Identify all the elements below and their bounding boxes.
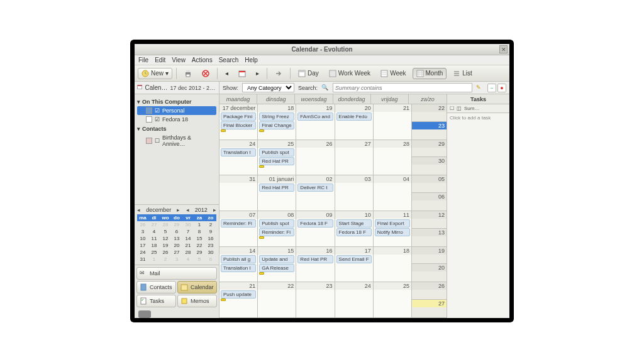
event-chip[interactable]: Deliver RC t bbox=[297, 184, 333, 192]
menu-search[interactable]: Search bbox=[219, 57, 239, 63]
event-chip[interactable]: Start Stage bbox=[336, 219, 372, 228]
switcher-tasks[interactable]: Tasks bbox=[136, 295, 176, 307]
mini-day[interactable]: 24 bbox=[137, 249, 148, 256]
menu-file[interactable]: File bbox=[138, 57, 148, 63]
mini-day[interactable]: 1 bbox=[148, 256, 160, 263]
mini-day[interactable]: 2 bbox=[205, 221, 216, 228]
weekend-cell[interactable]: 22 bbox=[412, 104, 447, 122]
mini-day[interactable]: 7 bbox=[182, 228, 194, 235]
weekend-cell[interactable]: 20 bbox=[412, 264, 447, 282]
day-cell[interactable]: 20Enable Fedo bbox=[335, 104, 374, 140]
day-cell[interactable]: 18String FreezFinal Change bbox=[258, 104, 296, 140]
mini-day[interactable]: 15 bbox=[194, 235, 205, 242]
mini-day[interactable]: 29 bbox=[194, 249, 205, 256]
calendar-list-item[interactable]: ☑Fedora 18 bbox=[137, 115, 216, 124]
prev-button[interactable]: ◂ bbox=[221, 68, 232, 79]
view-week-button[interactable]: Week bbox=[377, 68, 409, 79]
goto-button[interactable] bbox=[271, 68, 286, 79]
day-cell[interactable]: 14Publish all gTranslation I bbox=[219, 247, 258, 282]
day-cell[interactable]: 17Send Email F bbox=[335, 247, 374, 282]
switcher-memos[interactable]: Memos bbox=[177, 295, 217, 307]
day-cell[interactable]: 16Red Hat PR bbox=[296, 247, 335, 282]
event-chip[interactable]: Publish spot bbox=[259, 219, 294, 228]
mini-day[interactable]: 29 bbox=[171, 221, 182, 228]
day-cell[interactable]: 24Translation I bbox=[219, 140, 258, 175]
weekend-cell[interactable]: 05 bbox=[412, 175, 447, 193]
task-col-summary[interactable]: Sum… bbox=[464, 106, 479, 111]
mini-day[interactable]: 6 bbox=[205, 256, 216, 263]
day-cell[interactable]: 02Deliver RC t bbox=[296, 175, 335, 211]
view-month-button[interactable]: Month bbox=[413, 68, 447, 79]
weekend-cell[interactable]: 27 bbox=[412, 300, 447, 317]
mini-day[interactable]: 30 bbox=[205, 249, 216, 256]
day-cell[interactable]: 24 bbox=[335, 282, 374, 317]
mini-day[interactable]: 13 bbox=[171, 235, 182, 242]
weekend-cell[interactable]: 06 bbox=[412, 193, 447, 211]
weekend-cell[interactable]: 19 bbox=[412, 247, 447, 265]
window-close-button[interactable]: ✕ bbox=[499, 45, 508, 53]
day-cell[interactable]: 04 bbox=[374, 175, 412, 211]
mini-day[interactable]: 11 bbox=[148, 235, 160, 242]
event-chip[interactable]: Final Blocker bbox=[221, 121, 256, 129]
day-cell[interactable]: 08Publish spotReminder: Fi bbox=[258, 211, 296, 246]
delete-button[interactable] bbox=[198, 68, 213, 79]
mini-day[interactable]: 2 bbox=[160, 256, 171, 263]
view-day-button[interactable]: Day bbox=[294, 68, 323, 79]
view-list-button[interactable]: List bbox=[449, 68, 476, 79]
switcher-calendar[interactable]: Calendar bbox=[177, 281, 217, 293]
checkbox-icon[interactable]: ☑ bbox=[155, 116, 160, 123]
event-chip[interactable]: Push update bbox=[221, 290, 256, 299]
event-chip[interactable]: Final Change bbox=[259, 121, 294, 129]
calendar-selector-label[interactable]: Calen… bbox=[145, 84, 167, 91]
mini-day[interactable]: 6 bbox=[171, 228, 182, 235]
day-cell[interactable]: 15Update andGA Release bbox=[258, 247, 296, 282]
search-input[interactable] bbox=[333, 83, 472, 92]
menu-view[interactable]: View bbox=[172, 57, 186, 63]
event-chip[interactable]: FAmSCo and bbox=[297, 112, 333, 121]
event-chip[interactable]: Reminder: Fi bbox=[221, 219, 256, 228]
event-chip[interactable]: GA Release bbox=[259, 264, 294, 272]
mini-day[interactable]: 20 bbox=[171, 242, 182, 249]
clear-search-icon[interactable]: ✎ bbox=[476, 84, 484, 92]
mini-day[interactable]: 9 bbox=[205, 228, 216, 235]
add-task-hint[interactable]: Click to add a task bbox=[447, 113, 509, 123]
event-chip[interactable]: Publish all g bbox=[221, 255, 256, 263]
menu-edit[interactable]: Edit bbox=[155, 57, 165, 63]
task-col-done-icon[interactable]: ☐ bbox=[450, 106, 454, 111]
mini-day[interactable]: 16 bbox=[205, 235, 216, 242]
event-chip[interactable]: Fedora 18 F bbox=[297, 219, 333, 228]
day-cell[interactable]: 19FAmSCo and bbox=[296, 104, 335, 140]
mini-day[interactable]: 10 bbox=[137, 235, 148, 242]
mini-day[interactable]: 4 bbox=[148, 228, 160, 235]
event-chip[interactable]: Send Email F bbox=[336, 255, 372, 263]
day-cell[interactable]: 03 bbox=[335, 175, 374, 211]
weekend-cell[interactable]: 29 bbox=[412, 140, 447, 158]
mini-day[interactable]: 21 bbox=[182, 242, 194, 249]
event-chip[interactable]: Update and bbox=[259, 255, 294, 263]
mini-day[interactable]: 14 bbox=[182, 235, 194, 242]
next-button[interactable]: ▸ bbox=[252, 68, 263, 79]
event-chip[interactable]: String Freez bbox=[259, 112, 294, 121]
mini-day[interactable]: 5 bbox=[160, 228, 171, 235]
weekend-cell[interactable]: 12 bbox=[412, 211, 447, 229]
day-cell[interactable]: 21 bbox=[374, 104, 412, 140]
mini-day[interactable]: 23 bbox=[205, 242, 216, 249]
mini-prev-year[interactable]: ◂ bbox=[186, 207, 189, 213]
event-chip[interactable]: Final Export bbox=[375, 219, 410, 228]
tree-group-header[interactable]: ▾On This Computer bbox=[137, 99, 216, 105]
event-chip[interactable]: Translation I bbox=[221, 264, 256, 272]
mini-day[interactable]: 28 bbox=[182, 249, 194, 256]
event-chip[interactable]: Red Hat PR bbox=[259, 157, 294, 165]
event-chip[interactable]: Translation I bbox=[221, 148, 256, 156]
day-cell[interactable]: 23 bbox=[296, 282, 335, 317]
day-cell[interactable]: 07Reminder: Fi bbox=[219, 211, 258, 246]
weekend-cell[interactable]: 30 bbox=[412, 157, 447, 175]
mini-day[interactable]: 17 bbox=[137, 242, 148, 249]
mini-day[interactable]: 4 bbox=[182, 256, 194, 263]
event-chip[interactable]: Publish spot bbox=[259, 148, 294, 156]
day-cell[interactable]: 31 bbox=[219, 175, 258, 211]
day-cell[interactable]: 17 decemberPackage FiniFinal Blocker bbox=[219, 104, 258, 140]
event-chip[interactable]: Reminder: Fi bbox=[259, 228, 294, 236]
checkbox-icon[interactable]: ☑ bbox=[155, 107, 160, 114]
zoom-in-button[interactable]: ● bbox=[497, 84, 506, 92]
